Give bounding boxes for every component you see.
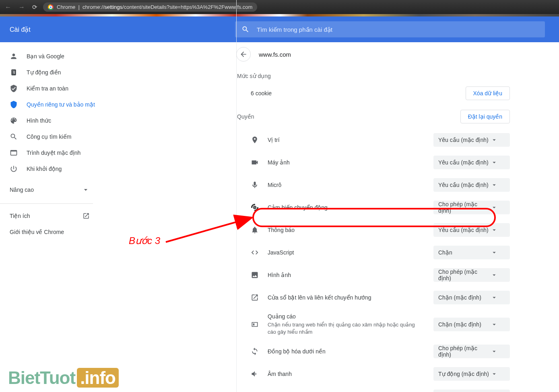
permission-select[interactable]: Yêu cầu (mặc định): [433, 133, 510, 147]
permission-row-sync: Đồng bộ hóa dưới nềnCho phép (mặc định): [236, 342, 510, 361]
sidebar-item-label: Hình thức: [27, 117, 51, 124]
forward-arrow-icon[interactable]: →: [17, 2, 27, 12]
permissions-section-label: Quyền: [237, 113, 254, 120]
chevron-down-icon: [491, 294, 498, 301]
chevron-down-icon: [491, 204, 498, 211]
sidebar-extensions[interactable]: Tiện ích: [0, 208, 99, 224]
site-hostname: www.fs.com: [259, 51, 291, 58]
reset-permissions-button[interactable]: Đặt lại quyền: [460, 110, 510, 123]
permission-row-ads: Quảng cáoChặn nếu trang web hiển thị quả…: [236, 311, 510, 338]
permission-row-sound: Âm thanhTự động (mặc định): [236, 365, 510, 383]
cookie-count[interactable]: 6 cookie: [251, 90, 272, 96]
svg-rect-5: [253, 324, 254, 326]
permission-label: Quảng cáoChặn nếu trang web hiển thị quả…: [268, 313, 425, 336]
sidebar-item-label: Kiểm tra an toàn: [27, 85, 68, 92]
permission-value: Chặn: [438, 249, 452, 256]
sidebar-item-person[interactable]: Bạn và Google: [0, 48, 99, 64]
sidebar-item-label: Tự động điền: [27, 69, 61, 76]
permission-label: Đồng bộ hóa dưới nền: [268, 348, 425, 355]
code-icon: [251, 248, 259, 257]
address-bar[interactable]: Chrome | chrome://settings/content/siteD…: [43, 2, 257, 12]
permission-value: Cho phép (mặc định): [438, 345, 491, 358]
chevron-down-icon: [491, 136, 498, 144]
mic-icon: [251, 181, 259, 189]
permission-select[interactable]: Yêu cầu (mặc định): [433, 178, 510, 192]
permission-label: Cảm biến chuyển động: [268, 204, 425, 211]
browser-icon: [10, 149, 18, 157]
back-button[interactable]: [236, 47, 251, 62]
sidebar-item-label: Khi khởi động: [27, 166, 62, 172]
chevron-down-icon: [491, 348, 498, 355]
permission-value: Tự động (mặc định): [438, 371, 489, 377]
settings-search[interactable]: [235, 21, 545, 37]
ads-icon: [251, 320, 259, 328]
svg-rect-1: [13, 71, 15, 72]
sidebar-about[interactable]: Giới thiệu về Chrome: [0, 224, 99, 240]
search-input[interactable]: [257, 26, 538, 33]
sidebar-item-autofill[interactable]: Tự động điền: [0, 64, 99, 80]
sidebar-advanced-label: Nâng cao: [10, 187, 34, 193]
shield-check-icon: [10, 84, 18, 92]
permission-row-image: Hình ảnhCho phép (mặc định): [236, 266, 510, 284]
chevron-down-icon: [491, 226, 498, 234]
permission-row-camera: Máy ảnhYêu cầu (mặc định): [236, 153, 510, 172]
permission-select[interactable]: Cho phép (mặc định): [433, 201, 510, 214]
sidebar-item-label: Bạn và Google: [27, 53, 64, 60]
sync-icon: [251, 347, 259, 355]
svg-point-4: [254, 207, 256, 209]
sidebar-item-palette[interactable]: Hình thức: [0, 113, 99, 129]
usage-section-label: Mức sử dụng: [237, 73, 510, 79]
permission-select[interactable]: Chặn: [433, 246, 510, 259]
chevron-down-icon: [82, 186, 90, 194]
permission-select[interactable]: Yêu cầu (mặc định): [433, 223, 510, 237]
permission-value: Chặn (mặc định): [438, 294, 481, 301]
chevron-down-icon: [491, 271, 498, 279]
permission-row-mic: MicrôYêu cầu (mặc định): [236, 176, 510, 194]
browser-toolbar: ← → ⟳ Chrome | chrome://settings/content…: [0, 0, 559, 14]
clear-data-button[interactable]: Xóa dữ liệu: [466, 86, 510, 100]
chrome-logo-icon: [48, 4, 54, 10]
svg-rect-2: [13, 72, 15, 72]
chevron-down-icon: [491, 321, 498, 328]
permission-select[interactable]: Cho phép (mặc định): [433, 345, 510, 358]
autofill-icon: [10, 68, 18, 76]
chevron-down-icon: [491, 181, 498, 189]
permission-row-bell: Thông báoYêu cầu (mặc định): [236, 221, 510, 239]
power-icon: [10, 165, 18, 173]
svg-rect-3: [13, 73, 14, 74]
sidebar-item-search[interactable]: Công cụ tìm kiếm: [0, 129, 99, 145]
sidebar-item-shield[interactable]: Quyền riêng tư và bảo mật: [0, 96, 99, 113]
sidebar-item-label: Trình duyệt mặc định: [27, 150, 80, 156]
settings-header: Cài đặt: [0, 16, 559, 42]
permission-select[interactable]: Yêu cầu (mặc định): [433, 390, 510, 392]
sidebar-item-label: Công cụ tìm kiếm: [27, 133, 71, 140]
permission-select[interactable]: Cho phép (mặc định): [433, 268, 510, 282]
permission-value: Yêu cầu (mặc định): [438, 227, 489, 233]
permission-select[interactable]: Chặn (mặc định): [433, 318, 510, 331]
permission-value: Cho phép (mặc định): [438, 201, 491, 214]
permission-label: Thông báo: [268, 227, 425, 233]
permission-value: Yêu cầu (mặc định): [438, 137, 489, 143]
permission-select[interactable]: Tự động (mặc định): [433, 367, 510, 381]
sidebar-about-label: Giới thiệu về Chrome: [10, 229, 64, 235]
permission-row-popup: Cửa sổ bật lên và liên kết chuyển hướngC…: [236, 288, 510, 307]
sidebar-item-shield-check[interactable]: Kiểm tra an toàn: [0, 80, 99, 96]
watermark: BietTuot.info: [8, 368, 119, 388]
chevron-down-icon: [491, 370, 498, 378]
sidebar-item-label: Quyền riêng tư và bảo mật: [27, 101, 95, 108]
location-icon: [251, 136, 259, 144]
permission-select[interactable]: Chặn (mặc định): [433, 291, 510, 304]
camera-icon: [251, 158, 259, 166]
open-external-icon: [83, 212, 90, 220]
divider: [0, 203, 93, 204]
chevron-down-icon: [491, 159, 498, 166]
back-arrow-icon[interactable]: ←: [3, 2, 13, 12]
reload-icon[interactable]: ⟳: [31, 2, 39, 12]
sidebar-advanced[interactable]: Nâng cao: [0, 180, 99, 199]
sound-icon: [251, 370, 259, 378]
popup-icon: [251, 293, 259, 302]
permission-value: Yêu cầu (mặc định): [438, 182, 489, 188]
sidebar-item-browser[interactable]: Trình duyệt mặc định: [0, 145, 99, 161]
sidebar-item-power[interactable]: Khi khởi động: [0, 161, 99, 177]
permission-select[interactable]: Yêu cầu (mặc định): [433, 156, 510, 169]
